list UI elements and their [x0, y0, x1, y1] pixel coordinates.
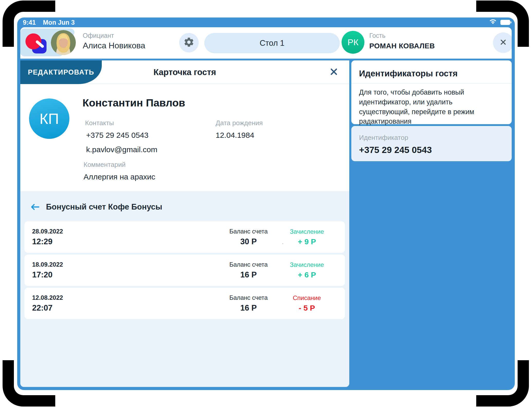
balance-value: 16 Р	[224, 303, 273, 313]
identifier-label: Идентификатор	[359, 134, 504, 142]
table-selector-button[interactable]: Стол 1	[204, 33, 340, 53]
transaction-date: 12.08.2022	[32, 294, 63, 301]
transaction-date: 18.09.2022	[32, 261, 63, 268]
edit-button-label: РЕДАКТИРОВАТЬ	[28, 68, 94, 76]
identifier-value: +375 29 245 0543	[359, 145, 504, 155]
table-label: Стол 1	[260, 39, 285, 48]
transaction-row: 12.08.2022 22:07 Баланс счета 16 Р Списа…	[24, 288, 345, 319]
transaction-type: Списание	[284, 294, 330, 302]
waiter-name: Алиса Новикова	[83, 41, 145, 50]
contacts-label: Контакты	[85, 119, 114, 127]
identifiers-description: Для того, чтобы добавить новый идентифик…	[351, 78, 512, 126]
identifiers-title: Идентификаторы гостя	[351, 60, 512, 78]
transaction-date: 28.09.2022	[32, 228, 63, 235]
transaction-list: 28.09.2022 12:29 Баланс счета 30 Р Зачис…	[24, 221, 345, 319]
status-bar: 9:41 Mon Jun 3	[17, 17, 515, 27]
guest-avatar: РК	[342, 31, 364, 54]
transaction-type: Зачисление	[284, 228, 330, 235]
app-window: 9:41 Mon Jun 3	[17, 17, 515, 390]
balance-label: Баланс счета	[224, 228, 273, 235]
transaction-row: 28.09.2022 12:29 Баланс счета 30 Р Зачис…	[24, 221, 345, 253]
transaction-row: 18.09.2022 17:20 Баланс счета 16 Р Зачис…	[24, 255, 345, 286]
guest-details: КП Константин Павлов Контакты +375 29 24…	[20, 84, 349, 191]
guest-phone: +375 29 245 0543	[86, 131, 149, 140]
guest-email: k.pavlov@gmail.com	[86, 145, 157, 154]
birth-date-label: Дата рождения	[216, 119, 263, 127]
waiter-info: Официант Алиса Новикова	[83, 32, 145, 50]
bezel-corner	[3, 1, 55, 47]
identifiers-info-card: Идентификаторы гостя Для того, чтобы доб…	[351, 60, 512, 124]
guest-card-panel: РЕДАКТИРОВАТЬ Карточка гостя	[20, 60, 349, 387]
bezel-corner	[476, 1, 529, 47]
comment-label: Комментарий	[84, 161, 126, 169]
guest-full-name: Константин Павлов	[82, 97, 185, 109]
settings-button[interactable]	[179, 33, 199, 52]
guest-label: Гость	[369, 32, 435, 39]
transaction-time: 22:07	[32, 303, 63, 313]
transaction-amount: + 6 Р	[284, 270, 330, 279]
balance-value: 30 Р	[224, 237, 273, 246]
guest-name: РОМАН КОВАЛЕВ	[369, 42, 435, 50]
guest-info: Гость РОМАН КОВАЛЕВ	[369, 32, 435, 50]
close-card-button[interactable]	[328, 66, 340, 78]
identifier-item: Идентификатор +375 29 245 0543	[351, 126, 512, 161]
transaction-amount: - 5 Р	[284, 304, 330, 312]
balance-label: Баланс счета	[224, 261, 273, 268]
screen: 9:41 Mon Jun 3	[0, 0, 532, 407]
divider	[351, 83, 512, 84]
transaction-type: Зачисление	[284, 261, 330, 268]
bezel-corner	[476, 360, 529, 406]
guest-initials-avatar: КП	[29, 98, 69, 139]
guest-comment: Аллергия на арахис	[84, 173, 155, 181]
balance-label: Баланс счета	[224, 294, 273, 301]
identifiers-panel: Идентификаторы гостя Для того, чтобы доб…	[351, 60, 512, 387]
transaction-time: 12:29	[32, 237, 63, 246]
balance-value: 16 Р	[224, 270, 273, 279]
guest-birth-date: 12.04.1984	[216, 131, 254, 140]
edit-button[interactable]: РЕДАКТИРОВАТЬ	[20, 60, 102, 84]
guest-initials: РК	[347, 37, 358, 47]
guest-card-header: РЕДАКТИРОВАТЬ Карточка гостя	[20, 60, 349, 84]
waiter-label: Официант	[83, 32, 145, 39]
bonus-section-title: Бонусный счет Кофе Бонусы	[46, 202, 162, 212]
back-arrow-button[interactable]	[30, 203, 40, 211]
bonus-account-section: Бонусный счет Кофе Бонусы 28.09.2022 12:…	[20, 191, 349, 387]
close-icon	[328, 66, 339, 78]
transaction-amount: + 9 Р	[284, 237, 330, 246]
transaction-time: 17:20	[32, 270, 63, 279]
gear-icon	[183, 37, 195, 49]
guest-card-initials: КП	[40, 110, 59, 127]
transaction-marker: ·	[282, 239, 284, 247]
bezel-corner	[3, 360, 55, 406]
app-header: Официант Алиса Новикова Стол 1 РК	[20, 27, 512, 59]
